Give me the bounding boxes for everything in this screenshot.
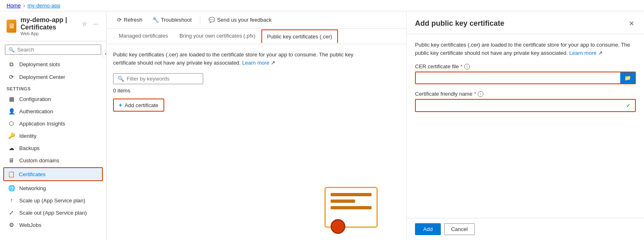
troubleshoot-icon: 🔧 <box>152 17 159 23</box>
authentication-icon: 👤 <box>8 108 15 114</box>
favorite-button[interactable]: ☆ <box>80 20 89 28</box>
certificates-highlight-box: 📋 Certificates <box>3 167 103 181</box>
search-section: 🔍 « <box>0 41 106 58</box>
configuration-icon: ▦ <box>8 96 15 102</box>
sidebar-item-label: Custom domains <box>19 157 59 164</box>
sidebar-item-certificates[interactable]: 📋 Certificates <box>4 168 102 180</box>
toolbar-separator <box>200 16 200 24</box>
sidebar-item-scale-out[interactable]: ⤢ Scale out (App Service plan) <box>0 206 106 219</box>
sidebar-item-webjobs[interactable]: ⚙ WebJobs <box>0 219 106 231</box>
add-certificate-button[interactable]: + Add certificate <box>113 99 164 112</box>
tab-cer[interactable]: Public key certificates (.cer) <box>261 29 338 43</box>
cert-seal <box>331 219 345 234</box>
tabs-row: Managed certificates Bring your own cert… <box>107 29 406 44</box>
cer-file-input[interactable]: "mycertificate.cer" <box>416 72 620 83</box>
scale-out-icon: ⤢ <box>8 209 15 216</box>
sidebar-item-label: Identity <box>19 133 36 139</box>
cancel-button[interactable]: Cancel <box>444 223 474 235</box>
page-title: my-demo-app | Certificates <box>20 16 78 31</box>
sidebar-header: 🖥 my-demo-app | Certificates ☆ ··· Web A… <box>0 11 106 41</box>
sidebar-item-label: Authentication <box>19 108 53 114</box>
sidebar-item-scale-up[interactable]: ↑ Scale up (App Service plan) <box>0 194 106 206</box>
feedback-button[interactable]: 💬 Send us your feedback <box>204 15 276 25</box>
app-subtitle: Web App <box>20 31 100 36</box>
refresh-button[interactable]: ⟳ Refresh <box>113 15 147 25</box>
breadcrumb-separator: › <box>23 2 25 9</box>
sidebar-item-label: Scale out (App Service plan) <box>19 210 87 216</box>
sidebar-item-application-insights[interactable]: ⬡ Application Insights <box>0 117 106 130</box>
collapse-sidebar-button[interactable]: « <box>102 50 107 58</box>
friendly-name-input[interactable]: Contoso <box>416 100 622 111</box>
sidebar-item-deployment-center[interactable]: ⟳ Deployment Center <box>0 71 106 83</box>
sidebar-item-label: Scale up (App Service plan) <box>19 197 85 204</box>
required-indicator-2: * <box>474 91 476 97</box>
friendly-name-info-icon[interactable]: i <box>478 91 483 97</box>
refresh-label: Refresh <box>124 17 143 23</box>
friendly-name-input-wrap: Contoso ✓ <box>415 99 636 112</box>
identity-icon: 🔑 <box>8 132 15 139</box>
panel-learn-more-link[interactable]: Learn more <box>569 50 596 56</box>
toolbar: ⟳ Refresh 🔧 Troubleshoot 💬 Send us your … <box>107 11 406 29</box>
application-insights-icon: ⬡ <box>8 120 15 127</box>
search-input[interactable] <box>17 47 98 53</box>
backups-icon: ☁ <box>8 145 15 151</box>
sidebar-item-backups[interactable]: ☁ Backups <box>0 142 106 154</box>
close-panel-button[interactable]: ✕ <box>627 18 636 29</box>
search-box: 🔍 <box>5 45 101 55</box>
feedback-label: Send us your feedback <box>217 17 272 23</box>
panel-footer: Add Cancel <box>407 218 644 240</box>
sidebar-item-configuration[interactable]: ▦ Configuration <box>0 93 106 105</box>
file-browse-button[interactable]: 📁 <box>620 72 635 83</box>
breadcrumb-app[interactable]: my-demo-app <box>27 2 60 9</box>
sidebar-item-label: Certificates <box>19 171 45 177</box>
sidebar-item-label: Deployment Center <box>19 74 65 80</box>
sidebar-item-custom-domains[interactable]: 🖥 Custom domains <box>0 154 106 166</box>
certificates-icon: 📋 <box>7 171 15 177</box>
deployment-center-icon: ⟳ <box>8 74 15 80</box>
sidebar-item-networking[interactable]: 🌐 Networking <box>0 182 106 194</box>
sidebar-item-label: Configuration <box>19 96 51 102</box>
add-certificate-label: Add certificate <box>125 102 158 108</box>
cer-file-label: CER certificate file * i <box>415 63 636 70</box>
refresh-icon: ⟳ <box>117 17 122 23</box>
items-count: 0 items <box>113 87 400 94</box>
cer-file-group: CER certificate file * i "mycertificate.… <box>415 63 636 84</box>
side-panel: Add public key certificate ✕ Public key … <box>406 11 644 240</box>
friendly-name-group: Certificate friendly name * i Contoso ✓ <box>415 91 636 112</box>
filter-input[interactable] <box>127 76 199 82</box>
learn-more-link[interactable]: Learn more <box>242 60 269 66</box>
app-icon: 🖥 <box>7 20 16 33</box>
tab-managed[interactable]: Managed certificates <box>113 29 174 44</box>
cer-file-info-icon[interactable]: i <box>464 64 470 70</box>
deployment-slots-icon: ⧉ <box>8 61 15 68</box>
panel-description: Public key certificates (.cer) are loade… <box>415 41 636 57</box>
sidebar-item-label: WebJobs <box>19 222 41 228</box>
sidebar: 🖥 my-demo-app | Certificates ☆ ··· Web A… <box>0 11 107 240</box>
sidebar-item-label: Backups <box>19 145 40 151</box>
folder-icon: 📁 <box>624 75 631 81</box>
add-button[interactable]: Add <box>415 223 441 235</box>
content-area: ⟳ Refresh 🔧 Troubleshoot 💬 Send us your … <box>107 11 406 240</box>
sidebar-item-authentication[interactable]: 👤 Authentication <box>0 105 106 117</box>
required-indicator: * <box>460 63 463 70</box>
cert-line-3 <box>331 206 372 209</box>
filter-box: 🔍 <box>113 73 203 84</box>
breadcrumb-home[interactable]: Home <box>7 2 21 9</box>
tab-pfx[interactable]: Bring your own certificates (.pfx) <box>174 29 261 44</box>
troubleshoot-button[interactable]: 🔧 Troubleshoot <box>148 15 196 25</box>
cert-line-2 <box>331 200 355 203</box>
cert-line-1 <box>331 193 372 196</box>
content-description: Public key certificates (.cer) are loade… <box>113 51 375 67</box>
sidebar-item-identity[interactable]: 🔑 Identity <box>0 130 106 142</box>
webjobs-icon: ⚙ <box>8 222 15 228</box>
panel-body: Public key certificates (.cer) are loade… <box>407 34 644 218</box>
certificate-illustration <box>324 187 382 240</box>
search-icon: 🔍 <box>9 47 15 53</box>
sidebar-item-deployment-slots[interactable]: ⧉ Deployment slots <box>0 58 106 71</box>
breadcrumb: Home › my-demo-app <box>0 0 644 11</box>
content-body: Public key certificates (.cer) are loade… <box>107 44 406 240</box>
check-icon: ✓ <box>622 100 635 111</box>
troubleshoot-label: Troubleshoot <box>161 17 192 23</box>
friendly-name-label: Certificate friendly name * i <box>415 91 636 97</box>
more-options-button[interactable]: ··· <box>91 20 100 28</box>
